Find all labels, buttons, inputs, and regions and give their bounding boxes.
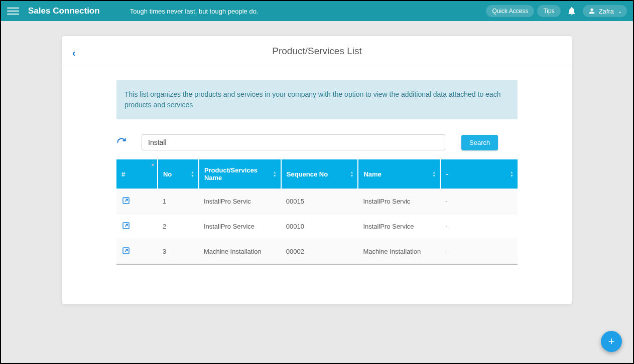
column-product-name[interactable]: Product/Services Name [199,159,281,189]
column-hash[interactable]: # × [116,159,158,189]
cell-no: 3 [158,239,199,265]
sort-icon[interactable] [432,170,436,177]
cell-seq: 00010 [281,214,358,239]
cell-seq: 00015 [281,189,358,214]
column-no[interactable]: No [158,159,199,189]
user-chip[interactable]: Zafra ⌄ [583,5,627,17]
table-row[interactable]: 1InstallPro Servic00015InstallPro Servic… [116,189,518,214]
sort-icon[interactable] [350,170,353,177]
sort-icon[interactable] [510,170,514,177]
user-icon [588,7,596,15]
cell-psn: InstallPro Servic [199,189,281,214]
cell-name: InstallPro Servic [358,189,440,214]
cell-seq: 00002 [281,239,358,265]
tagline-text: Tough times never last, but tough people… [130,8,483,15]
open-icon[interactable] [121,224,131,232]
add-button[interactable]: + [601,331,622,352]
cell-psn: InstallPro Service [199,214,281,239]
search-input[interactable] [142,134,445,150]
quick-access-button[interactable]: Quick Access [486,5,534,17]
tips-button[interactable]: Tips [537,5,560,17]
sort-icon[interactable] [273,170,277,177]
bell-icon[interactable] [567,6,577,16]
menu-icon[interactable] [7,5,19,17]
cell-psn: Machine Installation [199,239,281,265]
refresh-icon[interactable] [116,137,126,147]
card-header: ‹ Product/Services List [62,36,572,66]
cell-dash: - [440,214,518,239]
cell-name: Machine Installation [358,239,440,265]
column-sequence-no[interactable]: Sequence No [281,159,358,189]
info-banner: This list organizes the products and ser… [116,80,518,119]
back-button[interactable]: ‹ [72,47,76,59]
top-bar: Sales Connection Tough times never last,… [1,1,633,21]
cell-no: 2 [158,214,199,239]
sort-icon[interactable] [191,170,194,177]
search-button[interactable]: Search [461,135,498,150]
content-card: ‹ Product/Services List This list organi… [62,36,572,304]
user-name: Zafra [599,8,614,15]
close-icon[interactable]: × [152,162,154,167]
open-icon[interactable] [121,249,131,257]
brand-title: Sales Connection [28,6,100,16]
table-row[interactable]: 3Machine Installation00002Machine Instal… [116,239,518,265]
cell-dash: - [440,239,518,265]
column-dash[interactable]: - [440,159,518,189]
cell-dash: - [440,189,518,214]
open-icon[interactable] [121,199,131,207]
results-table: # × No Product/Services Name Sequence No [116,159,518,265]
page-title: Product/Services List [272,46,361,57]
column-name[interactable]: Name [358,159,440,189]
chevron-down-icon: ⌄ [618,9,622,14]
search-toolbar: Search [116,134,518,150]
cell-name: InstallPro Service [358,214,440,239]
table-row[interactable]: 2InstallPro Service00010InstallPro Servi… [116,214,518,239]
cell-no: 1 [158,189,199,214]
